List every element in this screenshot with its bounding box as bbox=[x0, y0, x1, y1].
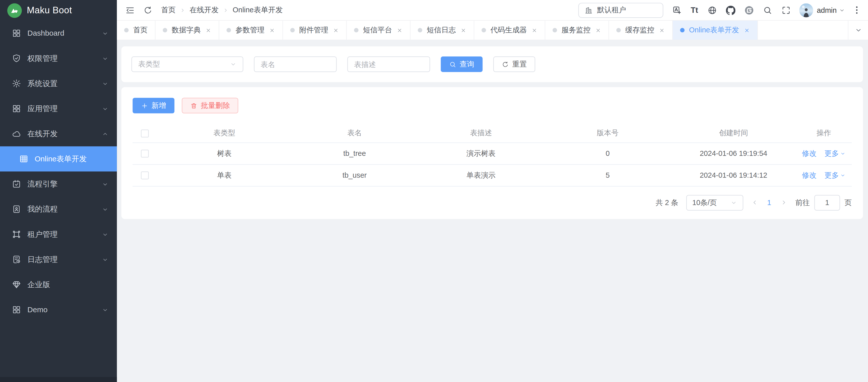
tab-服务监控[interactable]: 服务监控 bbox=[545, 21, 609, 40]
user-menu[interactable]: admin bbox=[817, 6, 845, 14]
tenant-label: 默认租户 bbox=[597, 5, 626, 15]
chevron-down-icon bbox=[102, 181, 108, 187]
tab-label: 参数管理 bbox=[236, 25, 265, 35]
tab-close-icon[interactable] bbox=[460, 27, 466, 33]
cell-actions: 修改更多 bbox=[796, 164, 852, 186]
tab-label: Online表单开发 bbox=[689, 25, 739, 35]
page-size-select[interactable]: 10条/页 bbox=[686, 195, 743, 210]
sidebar-item-my-workflows[interactable]: 我的流程 bbox=[0, 197, 117, 221]
pagination: 共 2 条 10条/页 1 前往 页 bbox=[132, 195, 852, 210]
edit-link[interactable]: 修改 bbox=[802, 148, 816, 159]
tab-数据字典[interactable]: 数据字典 bbox=[156, 21, 219, 40]
chevron-down-icon bbox=[102, 105, 108, 112]
table-name-input[interactable] bbox=[254, 57, 337, 72]
table-type-select-placeholder: 表类型 bbox=[138, 59, 160, 69]
tab-dot bbox=[418, 28, 422, 32]
sidebar-item-label: 应用管理 bbox=[27, 104, 102, 114]
sidebar-item-label: Online表单开发 bbox=[35, 154, 108, 164]
sidebar-item-dashboard[interactable]: Dashboard bbox=[0, 21, 117, 46]
tabs-dropdown-button[interactable] bbox=[848, 21, 868, 40]
tab-label: 短信日志 bbox=[427, 25, 456, 35]
sidebar-collapse-icon[interactable] bbox=[125, 5, 135, 15]
table-toolbar: 新增 批量删除 bbox=[132, 98, 852, 113]
tab-Online表单开发[interactable]: Online表单开发 bbox=[673, 21, 757, 40]
sidebar-item-system-settings[interactable]: 系统设置 bbox=[0, 71, 117, 96]
tab-close-icon[interactable] bbox=[205, 27, 211, 33]
tenant-selector[interactable]: 默认租户 bbox=[578, 2, 663, 18]
tab-附件管理[interactable]: 附件管理 bbox=[283, 21, 347, 40]
prev-page-icon[interactable] bbox=[751, 199, 758, 206]
sidebar-item-label: 权限管理 bbox=[27, 54, 102, 64]
next-page-icon[interactable] bbox=[780, 199, 787, 206]
gitee-icon[interactable] bbox=[740, 2, 758, 19]
sidebar-item-tenant-management[interactable]: 租户管理 bbox=[0, 222, 117, 247]
sidebar-item-enterprise[interactable]: 企业版 bbox=[0, 272, 117, 297]
data-table: 表类型表名表描述版本号创建时间操作 树表tb_tree演示树表02024-01-… bbox=[132, 124, 852, 186]
chevron-down-icon bbox=[102, 80, 108, 87]
tab-close-icon[interactable] bbox=[269, 27, 275, 33]
font-size-icon[interactable] bbox=[668, 2, 686, 19]
sidebar: Maku Boot Dashboard权限管理系统设置应用管理在线开发Onlin… bbox=[0, 0, 117, 382]
row-select-cell bbox=[132, 143, 157, 164]
table-description-input[interactable] bbox=[347, 57, 430, 72]
breadcrumb-item[interactable]: Online表单开发 bbox=[233, 5, 283, 15]
more-link[interactable]: 更多 bbox=[824, 170, 846, 180]
language-globe-icon[interactable] bbox=[703, 2, 721, 19]
table-type-select[interactable]: 表类型 bbox=[131, 57, 243, 72]
tab-close-icon[interactable] bbox=[659, 27, 665, 33]
row-checkbox[interactable] bbox=[141, 150, 149, 158]
breadcrumb-item[interactable]: 在线开发 bbox=[189, 5, 219, 15]
tab-label: 代码生成器 bbox=[491, 25, 527, 35]
goto-unit-label: 页 bbox=[845, 198, 852, 208]
tab-label: 缓存监控 bbox=[625, 25, 654, 35]
reset-button[interactable]: 重置 bbox=[493, 57, 535, 72]
page-number[interactable]: 1 bbox=[766, 198, 772, 207]
tab-dot bbox=[680, 28, 685, 32]
tab-close-icon[interactable] bbox=[744, 27, 750, 33]
tab-label: 短信平台 bbox=[363, 25, 392, 35]
refresh-icon[interactable] bbox=[143, 5, 153, 15]
text-format-icon[interactable]: Tt bbox=[686, 2, 703, 19]
sidebar-item-workflow-engine[interactable]: 流程引擎 bbox=[0, 171, 117, 197]
tab-close-icon[interactable] bbox=[531, 27, 537, 33]
frame-icon bbox=[12, 230, 21, 239]
select-all-checkbox[interactable] bbox=[141, 129, 149, 137]
tab-短信平台[interactable]: 短信平台 bbox=[347, 21, 411, 40]
row-checkbox[interactable] bbox=[141, 172, 149, 179]
page-size-value: 10条/页 bbox=[692, 198, 717, 208]
tab-close-icon[interactable] bbox=[333, 27, 339, 33]
tab-close-icon[interactable] bbox=[397, 27, 403, 33]
sidebar-item-log-management[interactable]: 日志管理 bbox=[0, 247, 117, 272]
sidebar-item-app-management[interactable]: 应用管理 bbox=[0, 96, 117, 121]
row-select-cell bbox=[132, 164, 157, 186]
more-link[interactable]: 更多 bbox=[824, 148, 846, 159]
sidebar-item-online-dev[interactable]: 在线开发 bbox=[0, 121, 117, 146]
avatar[interactable] bbox=[799, 3, 813, 17]
edit-link[interactable]: 修改 bbox=[802, 170, 816, 180]
breadcrumb-item[interactable]: 首页 bbox=[161, 5, 176, 15]
tab-close-icon[interactable] bbox=[595, 27, 601, 33]
add-button[interactable]: 新增 bbox=[132, 98, 175, 113]
search-icon[interactable] bbox=[758, 2, 777, 19]
tab-dot bbox=[124, 28, 129, 32]
batch-delete-button[interactable]: 批量删除 bbox=[182, 98, 238, 113]
tab-dot bbox=[354, 28, 359, 32]
tab-短信日志[interactable]: 短信日志 bbox=[411, 21, 474, 40]
sidebar-item-label: 流程引擎 bbox=[27, 179, 102, 189]
goto-page-input[interactable] bbox=[814, 195, 840, 210]
fullscreen-icon[interactable] bbox=[777, 2, 795, 19]
column-header: 创建时间 bbox=[671, 124, 796, 143]
sidebar-item-permissions[interactable]: 权限管理 bbox=[0, 46, 117, 71]
goto-label: 前往 bbox=[795, 198, 810, 208]
sidebar-item-online-form-dev[interactable]: Online表单开发 bbox=[0, 146, 117, 171]
kebab-menu-icon[interactable] bbox=[852, 5, 862, 15]
sidebar-item-demo[interactable]: Demo bbox=[0, 297, 117, 322]
search-button[interactable]: 查询 bbox=[441, 57, 483, 72]
tab-label: 服务监控 bbox=[561, 25, 591, 35]
tab-首页[interactable]: 首页 bbox=[117, 21, 156, 40]
github-icon[interactable] bbox=[721, 2, 740, 19]
tab-缓存监控[interactable]: 缓存监控 bbox=[609, 21, 673, 40]
pagination-total: 共 2 条 bbox=[656, 198, 678, 208]
tab-代码生成器[interactable]: 代码生成器 bbox=[474, 21, 545, 40]
tab-参数管理[interactable]: 参数管理 bbox=[219, 21, 283, 40]
